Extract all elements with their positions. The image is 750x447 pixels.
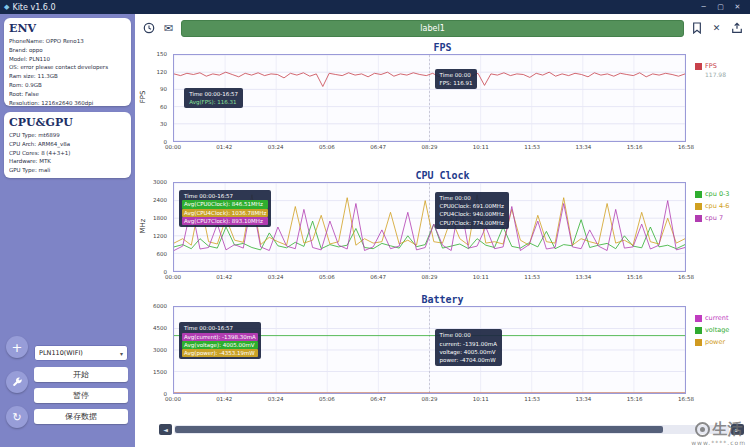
chart-area: MHz 06001200180024003000 Time 00:00-16:5… bbox=[173, 182, 686, 272]
env-panel-title: ENV bbox=[9, 22, 126, 35]
cpu-gpu-line: GPU Type: mali bbox=[9, 166, 126, 175]
chart-title: Battery bbox=[137, 294, 748, 306]
y-tick-label: 150 bbox=[157, 51, 168, 57]
env-line: Brand: oppo bbox=[9, 46, 126, 55]
device-select[interactable]: PLN110(WIFI) ▾ bbox=[34, 345, 128, 361]
cpu-gpu-line: Hardware: MTK bbox=[9, 157, 126, 166]
clear-button[interactable]: ✕ bbox=[709, 21, 724, 36]
plot-area[interactable]: Time 00:00-16:57Avg(CPU0Clock): 846.51MH… bbox=[173, 182, 686, 272]
y-tick-label: 1200 bbox=[153, 233, 167, 239]
y-tick-label: 120 bbox=[157, 69, 168, 75]
wrench-icon bbox=[12, 377, 23, 388]
refresh-icon: ↻ bbox=[12, 411, 21, 424]
chart-area: 01500300045006000 Time 00:00-16:57Avg(cu… bbox=[173, 306, 686, 394]
x-tick-label: 01:42 bbox=[216, 274, 232, 280]
chart-canvas bbox=[174, 55, 685, 141]
x-axis-ticks: 00:0001:4203:2405:0606:4708:2910:1111:53… bbox=[173, 394, 686, 404]
chart-canvas bbox=[174, 307, 685, 393]
x-tick-label: 08:29 bbox=[422, 274, 438, 280]
y-tick-label: 6000 bbox=[153, 303, 167, 309]
start-button[interactable]: 开始 bbox=[34, 367, 128, 382]
export-button[interactable] bbox=[729, 21, 744, 36]
legend-item[interactable]: power bbox=[695, 338, 744, 346]
env-line: Rom: 0.9GB bbox=[9, 81, 126, 90]
x-tick-label: 15:16 bbox=[627, 396, 643, 402]
scrollbar-thumb[interactable] bbox=[175, 426, 663, 433]
history-clock-button[interactable] bbox=[141, 21, 156, 36]
legend-label: cpu 7 bbox=[705, 214, 723, 222]
chart-legend: currentvoltagepower bbox=[686, 314, 744, 350]
legend-label: voltage bbox=[705, 326, 729, 334]
legend-label: cpu 4-6 bbox=[705, 202, 730, 210]
plot-area[interactable]: Time 00:00-16:57Avg(FPS): 116.31Time 00:… bbox=[173, 54, 686, 142]
legend-swatch-icon bbox=[695, 339, 702, 346]
legend-swatch-icon bbox=[695, 203, 702, 210]
session-label-bar[interactable]: label1 bbox=[181, 20, 684, 37]
cpu-gpu-line: CPU Cores: 8 (4+3+1) bbox=[9, 149, 126, 158]
y-tick-label: 2400 bbox=[153, 197, 167, 203]
x-tick-label: 10:11 bbox=[473, 396, 489, 402]
x-tick-label: 13:34 bbox=[575, 144, 591, 150]
x-tick-label: 10:11 bbox=[473, 144, 489, 150]
cpu-gpu-line: CPU Arch: ARM64_v8a bbox=[9, 140, 126, 149]
x-tick-label: 05:06 bbox=[319, 396, 335, 402]
legend-label: cpu 0-3 bbox=[705, 190, 730, 198]
legend-item[interactable]: current bbox=[695, 314, 744, 322]
y-tick-label: 90 bbox=[160, 86, 167, 92]
env-line: OS: error please contact developers bbox=[9, 63, 126, 72]
tools-button[interactable] bbox=[6, 371, 28, 393]
fps-chart: FPS FPS 0306090120150 Time 00:00-16:57Av… bbox=[137, 42, 748, 142]
chart-title: FPS bbox=[137, 42, 748, 54]
x-tick-label: 00:00 bbox=[165, 144, 181, 150]
close-x-icon: ✕ bbox=[713, 23, 721, 33]
legend-swatch-icon bbox=[695, 215, 702, 222]
plus-icon: + bbox=[12, 340, 23, 355]
scroll-left-button[interactable]: ◄ bbox=[159, 424, 172, 435]
reset-button[interactable]: ↻ bbox=[6, 406, 28, 428]
x-axis-ticks: 00:0001:4203:2405:0606:4708:2910:1111:53… bbox=[173, 272, 686, 282]
cpu-clock-chart: CPU Clock MHz 06001200180024003000 Time … bbox=[137, 170, 748, 272]
legend-item[interactable]: cpu 7 bbox=[695, 214, 744, 222]
env-line: Model: PLN110 bbox=[9, 55, 126, 64]
main-area: ✉ label1 ✕ FPS FPS 03060901201 bbox=[135, 14, 750, 447]
scroll-right-button[interactable]: ► bbox=[731, 424, 744, 435]
x-tick-label: 08:29 bbox=[422, 144, 438, 150]
bookmark-button[interactable] bbox=[689, 21, 704, 36]
cpu-gpu-panel: CPU&GPU CPU Type: mt6899 CPU Arch: ARM64… bbox=[4, 112, 131, 178]
close-button[interactable]: ✕ bbox=[729, 0, 746, 14]
y-tick-label: 3000 bbox=[153, 179, 167, 185]
legend-item[interactable]: cpu 0-3 bbox=[695, 190, 744, 198]
legend-item[interactable]: cpu 4-6 bbox=[695, 202, 744, 210]
scrollbar-track[interactable] bbox=[174, 425, 729, 434]
run-controls: PLN110(WIFI) ▾ 开始 暂停 保存数据 bbox=[34, 345, 128, 424]
legend-swatch-icon bbox=[695, 191, 702, 198]
maximize-button[interactable]: ▢ bbox=[712, 0, 729, 14]
plot-area[interactable]: Time 00:00-16:57Avg(current): -1398.30mA… bbox=[173, 306, 686, 394]
x-tick-label: 00:00 bbox=[165, 396, 181, 402]
chevron-down-icon: ▾ bbox=[120, 350, 123, 357]
add-button[interactable]: + bbox=[6, 336, 28, 358]
x-tick-label: 10:11 bbox=[473, 274, 489, 280]
watermark-url: www.****.com bbox=[691, 439, 746, 446]
legend-item[interactable]: voltage bbox=[695, 326, 744, 334]
export-icon bbox=[731, 22, 743, 34]
x-tick-label: 05:06 bbox=[319, 144, 335, 150]
message-button[interactable]: ✉ bbox=[161, 21, 176, 36]
x-tick-label: 03:24 bbox=[268, 396, 284, 402]
arrow-left-icon: ◄ bbox=[163, 426, 168, 433]
env-line: Root: False bbox=[9, 90, 126, 99]
x-tick-label: 06:47 bbox=[370, 144, 386, 150]
save-data-button[interactable]: 保存数据 bbox=[34, 409, 128, 424]
legend-item[interactable]: FPS bbox=[695, 62, 744, 70]
bookmark-icon bbox=[692, 22, 702, 34]
cpu-gpu-line: CPU Type: mt6899 bbox=[9, 131, 126, 140]
x-tick-label: 03:24 bbox=[268, 144, 284, 150]
pause-button[interactable]: 暂停 bbox=[34, 388, 128, 403]
x-tick-label: 01:42 bbox=[216, 144, 232, 150]
sidebar: ENV PhoneName: OPPO Reno13 Brand: oppo M… bbox=[0, 14, 135, 447]
x-tick-label: 06:47 bbox=[370, 274, 386, 280]
cpu-gpu-panel-title: CPU&GPU bbox=[9, 116, 126, 129]
x-tick-label: 06:47 bbox=[370, 396, 386, 402]
minimize-button[interactable]: ─ bbox=[695, 0, 712, 14]
legend-label: FPS bbox=[705, 62, 717, 70]
